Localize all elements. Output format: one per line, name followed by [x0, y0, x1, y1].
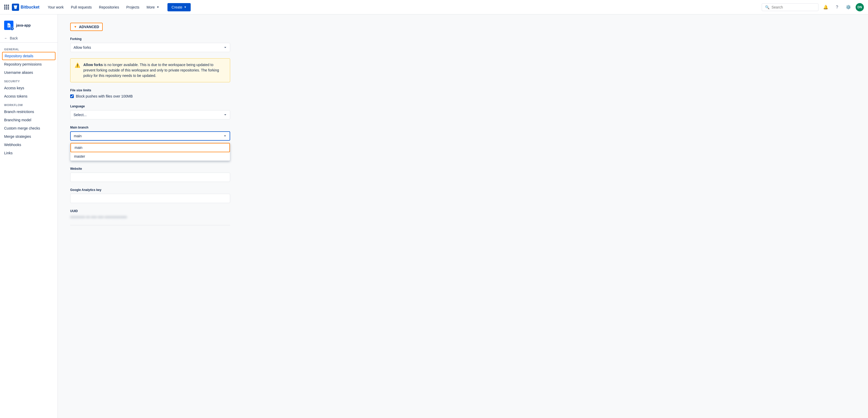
create-button[interactable]: Create ▼ — [167, 3, 191, 11]
main-branch-section: Main branch main master — [70, 126, 230, 140]
uuid-label: UUID — [70, 209, 230, 213]
bitbucket-icon — [12, 4, 19, 11]
sidebar: ⬆ java-app ← Back GENERAL Repository det… — [0, 14, 58, 418]
website-label: Website — [70, 167, 230, 170]
google-analytics-input[interactable] — [70, 194, 230, 203]
section-general-label: GENERAL — [0, 45, 58, 52]
sidebar-item-access-tokens[interactable]: Access tokens — [0, 92, 58, 100]
main-branch-label: Main branch — [70, 126, 230, 129]
notifications-button[interactable]: 🔔 — [822, 3, 830, 11]
nav-more[interactable]: More ▼ — [144, 4, 162, 11]
bitbucket-logo[interactable]: Bitbucket — [12, 4, 39, 11]
chevron-down-icon: ▼ — [184, 6, 187, 8]
block-pushes-checkbox[interactable] — [70, 94, 74, 98]
sidebar-item-repository-permissions[interactable]: Repository permissions — [0, 60, 58, 68]
topnav: Bitbucket Your work Pull requests Reposi… — [0, 0, 868, 14]
bell-icon: 🔔 — [823, 5, 828, 9]
section-workflow-label: WORKFLOW — [0, 100, 58, 107]
layout: ⬆ java-app ← Back GENERAL Repository det… — [0, 14, 868, 418]
nav-pull-requests[interactable]: Pull requests — [68, 4, 95, 11]
google-analytics-label: Google Analytics key — [70, 188, 230, 192]
warning-message: is no longer available. This is due to t… — [83, 63, 219, 78]
google-analytics-section: Google Analytics key — [70, 188, 230, 203]
language-section: Language Select... Java Python JavaScrip… — [70, 104, 230, 120]
section-security-label: SECURITY — [0, 77, 58, 84]
nav-projects[interactable]: Projects — [123, 4, 143, 11]
help-button[interactable]: ? — [833, 3, 841, 11]
sidebar-item-webhooks[interactable]: Webhooks — [0, 140, 58, 149]
chevron-down-icon: ▼ — [74, 25, 77, 29]
bottom-divider — [70, 225, 230, 225]
block-pushes-checkbox-row: Block pushes with files over 100MB — [70, 94, 230, 98]
topnav-left: Bitbucket Your work Pull requests Reposi… — [4, 3, 191, 11]
dropdown-item-main[interactable]: main — [70, 143, 230, 152]
help-icon: ? — [836, 5, 838, 9]
warning-box: ⚠️ Allow forks is no longer available. T… — [70, 58, 230, 82]
repo-header: ⬆ java-app — [0, 19, 58, 34]
warning-icon: ⚠️ — [74, 62, 80, 78]
sidebar-item-username-aliases[interactable]: Username aliases — [0, 68, 58, 77]
repo-name: java-app — [16, 23, 31, 27]
warning-text: Allow forks is no longer available. This… — [83, 62, 226, 78]
sidebar-item-access-keys[interactable]: Access keys — [0, 84, 58, 92]
sidebar-item-branching-model[interactable]: Branching model — [0, 116, 58, 124]
repo-badge: ⬆ — [10, 27, 14, 30]
main-content: ▼ ADVANCED Forking Allow forks No public… — [58, 14, 868, 418]
topnav-right: 🔍 🔔 ? ⚙️ DN — [762, 3, 864, 11]
uuid-value: xxxxxxxx-xx-xxx-xxx-xxxxxxxxxxxx — [70, 215, 230, 219]
back-arrow-icon: ← — [4, 36, 8, 40]
forking-label: Forking — [70, 37, 230, 41]
branch-dropdown-list: main master — [70, 143, 230, 161]
sidebar-item-merge-strategies[interactable]: Merge strategies — [0, 132, 58, 140]
back-button[interactable]: ← Back — [0, 34, 58, 42]
file-size-limits-label: File size limits — [70, 89, 230, 92]
brand-name: Bitbucket — [21, 5, 39, 9]
advanced-toggle-button[interactable]: ▼ ADVANCED — [70, 23, 103, 31]
forking-select[interactable]: Allow forks No public forks No forks — [70, 43, 230, 52]
avatar[interactable]: DN — [856, 3, 864, 11]
website-section: Website — [70, 167, 230, 182]
settings-button[interactable]: ⚙️ — [844, 3, 852, 11]
grid-menu-icon[interactable] — [4, 5, 9, 9]
main-branch-select[interactable]: main master — [70, 131, 230, 140]
block-pushes-label: Block pushes with files over 100MB — [76, 94, 133, 98]
sidebar-item-branch-restrictions[interactable]: Branch restrictions — [0, 107, 58, 116]
search-box[interactable]: 🔍 — [762, 3, 818, 11]
gear-icon: ⚙️ — [846, 5, 851, 9]
chevron-down-icon: ▼ — [157, 6, 159, 8]
file-size-limits-section: File size limits Block pushes with files… — [70, 89, 230, 98]
language-label: Language — [70, 104, 230, 108]
search-input[interactable] — [772, 5, 815, 9]
website-input[interactable] — [70, 172, 230, 182]
nav-your-work[interactable]: Your work — [44, 4, 67, 11]
repo-icon: ⬆ — [4, 21, 13, 30]
nav-links: Your work Pull requests Repositories Pro… — [44, 4, 162, 11]
search-icon: 🔍 — [765, 5, 769, 9]
sidebar-item-links[interactable]: Links — [0, 149, 58, 157]
nav-repositories[interactable]: Repositories — [96, 4, 122, 11]
warning-bold: Allow forks — [83, 63, 103, 67]
language-select[interactable]: Select... Java Python JavaScript — [70, 110, 230, 120]
advanced-toggle-label: ADVANCED — [79, 25, 99, 29]
forking-section: Forking Allow forks No public forks No f… — [70, 37, 230, 52]
sidebar-item-repository-details[interactable]: Repository details — [2, 52, 56, 60]
dropdown-item-master[interactable]: master — [70, 152, 230, 160]
uuid-section: UUID xxxxxxxx-xx-xxx-xxx-xxxxxxxxxxxx — [70, 209, 230, 219]
sidebar-item-custom-merge-checks[interactable]: Custom merge checks — [0, 124, 58, 132]
